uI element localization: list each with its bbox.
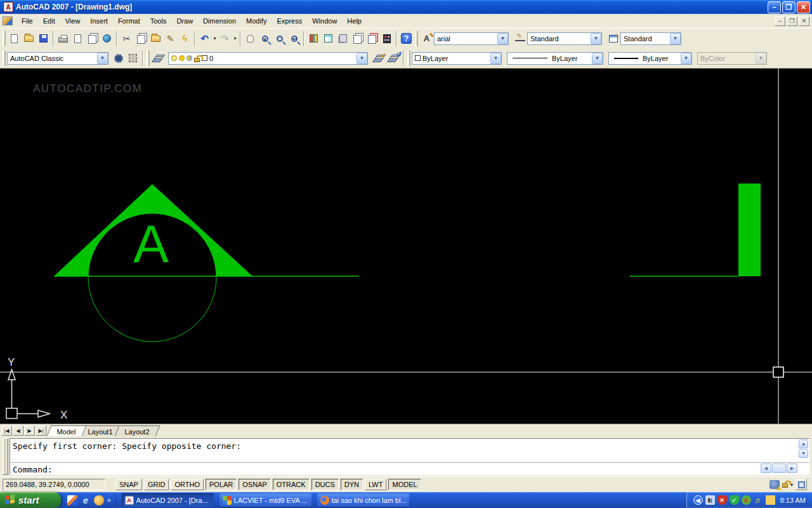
toggle-model[interactable]: MODEL bbox=[388, 479, 421, 490]
layer-viewport-freeze-icon[interactable] bbox=[187, 55, 192, 61]
command-window-drag-handle[interactable] bbox=[3, 438, 8, 475]
publish-button[interactable] bbox=[85, 32, 100, 46]
close-button[interactable]: ✕ bbox=[797, 1, 810, 13]
new-button[interactable] bbox=[7, 32, 22, 46]
zoom-window-button[interactable]: □ bbox=[272, 32, 287, 46]
combo-arrow-icon[interactable]: ▼ bbox=[97, 53, 108, 64]
tab-next-button[interactable]: ▶ bbox=[24, 425, 35, 436]
zoom-realtime-button[interactable]: ± bbox=[258, 32, 272, 46]
plot-button[interactable] bbox=[56, 32, 70, 46]
communication-center-icon[interactable] bbox=[769, 480, 780, 489]
combo-arrow-icon[interactable]: ▼ bbox=[681, 53, 691, 64]
taskbar-item-browser[interactable]: tai sao khi chon lam bl... bbox=[317, 493, 409, 507]
toggle-polar[interactable]: POLAR bbox=[206, 479, 237, 490]
layer-combo[interactable]: 0 ▼ bbox=[168, 52, 368, 65]
scrollbar-thumb[interactable] bbox=[772, 464, 786, 473]
coordinate-readout[interactable]: 269.0488, 39.2749, 0.0000 bbox=[3, 479, 105, 490]
toolbar-grip[interactable] bbox=[415, 31, 418, 46]
lineweight-combo[interactable]: ByLayer ▼ bbox=[608, 52, 692, 65]
messenger-icon[interactable] bbox=[94, 495, 104, 505]
designcenter-button[interactable] bbox=[321, 32, 336, 46]
dim-style-button[interactable] bbox=[513, 32, 527, 46]
minimize-button[interactable]: – bbox=[768, 1, 781, 13]
layer-on-bulb-icon[interactable] bbox=[171, 55, 177, 61]
workspace-combo[interactable]: AutoCAD Classic ▼ bbox=[7, 52, 108, 65]
command-text-area[interactable]: Specify first corner: Specify opposite c… bbox=[10, 438, 809, 475]
antivirus-icon[interactable]: ⊘ bbox=[742, 495, 751, 505]
toggle-ortho[interactable]: ORTHO bbox=[171, 479, 204, 490]
toggle-grid[interactable]: GRID bbox=[144, 479, 169, 490]
menu-insert[interactable]: Insert bbox=[85, 15, 113, 27]
redo-button[interactable] bbox=[218, 32, 232, 46]
paste-button[interactable] bbox=[148, 32, 163, 46]
linetype-combo[interactable]: ByLayer ▼ bbox=[507, 52, 603, 65]
notes-tray-icon[interactable] bbox=[766, 495, 775, 505]
scroll-up-icon[interactable]: ▲ bbox=[799, 439, 808, 448]
menu-tools[interactable]: Tools bbox=[145, 15, 172, 27]
make-layer-current-button[interactable] bbox=[372, 51, 386, 65]
command-horizontal-scrollbar[interactable]: ◀ ▶ bbox=[761, 464, 797, 473]
menu-express[interactable]: Express bbox=[272, 15, 307, 27]
tab-last-button[interactable]: ▶| bbox=[36, 425, 46, 436]
combo-arrow-icon[interactable]: ▼ bbox=[592, 53, 603, 64]
combo-arrow-icon[interactable]: ▼ bbox=[357, 53, 367, 64]
cut-button[interactable] bbox=[119, 32, 134, 46]
3d-dwf-button[interactable] bbox=[100, 32, 114, 46]
start-button[interactable]: start bbox=[0, 492, 61, 508]
dim-style-combo[interactable]: Standard ▼ bbox=[527, 32, 602, 45]
menu-help[interactable]: Help bbox=[342, 15, 367, 27]
combo-arrow-icon[interactable]: ▼ bbox=[490, 53, 501, 64]
combo-arrow-icon[interactable]: ▼ bbox=[497, 33, 508, 44]
scroll-left-icon[interactable]: ◀ bbox=[761, 464, 771, 473]
toolbar-grip[interactable] bbox=[3, 31, 6, 46]
pan-button[interactable] bbox=[243, 32, 258, 46]
copy-button[interactable] bbox=[134, 32, 148, 46]
undo-dropdown[interactable]: ▾ bbox=[212, 32, 218, 46]
quick-launch-overflow-icon[interactable]: » bbox=[107, 497, 111, 504]
menu-edit[interactable]: Edit bbox=[38, 15, 60, 27]
match-properties-button[interactable] bbox=[163, 32, 178, 46]
plot-preview-button[interactable] bbox=[70, 32, 85, 46]
undo-button[interactable] bbox=[197, 32, 212, 46]
menu-file[interactable]: File bbox=[16, 15, 38, 27]
block-editor-button[interactable] bbox=[178, 32, 192, 46]
scroll-right-icon[interactable]: ▶ bbox=[787, 464, 797, 473]
hide-icons-chevron-icon[interactable]: ◀ bbox=[693, 495, 703, 505]
taskbar-item-autocad[interactable]: A AutoCAD 2007 - [Dra... bbox=[122, 493, 214, 507]
command-prompt-line[interactable]: Command: bbox=[10, 463, 809, 476]
scroll-down-icon[interactable]: ▼ bbox=[799, 449, 808, 458]
menu-modify[interactable]: Modify bbox=[241, 15, 272, 27]
toggle-otrack[interactable]: OTRACK bbox=[273, 479, 310, 490]
combo-arrow-icon[interactable]: ▼ bbox=[670, 33, 681, 44]
clean-screen-button[interactable] bbox=[796, 479, 807, 490]
color-combo[interactable]: ByLayer ▼ bbox=[412, 52, 502, 65]
volume-icon[interactable]: ♬ bbox=[754, 495, 763, 505]
network-status-icon[interactable]: ▮) bbox=[705, 495, 715, 505]
tab-model[interactable]: Model bbox=[47, 425, 87, 436]
mdi-close-button[interactable]: ✕ bbox=[799, 17, 809, 26]
toolbar-grip[interactable] bbox=[3, 51, 6, 66]
security-alert-icon[interactable]: ✕ bbox=[717, 495, 727, 505]
toggle-lwt[interactable]: LWT bbox=[365, 479, 386, 490]
toggle-ducs[interactable]: DUCS bbox=[311, 479, 339, 490]
menu-window[interactable]: Window bbox=[307, 15, 342, 27]
solid-rectangle-shape[interactable] bbox=[738, 184, 761, 276]
quick-launch-app-icon[interactable] bbox=[67, 495, 77, 505]
save-button[interactable] bbox=[36, 32, 51, 46]
restore-button[interactable]: ❐ bbox=[782, 1, 796, 13]
model-space-canvas[interactable]: AUTOCADTIP.COM A Y X bbox=[0, 69, 812, 424]
tool-palettes-button[interactable] bbox=[336, 32, 350, 46]
toggle-osnap[interactable]: OSNAP bbox=[239, 479, 271, 490]
zoom-previous-button[interactable]: ↩ bbox=[287, 32, 301, 46]
layer-previous-button[interactable] bbox=[386, 51, 401, 65]
toggle-snap[interactable]: SNAP bbox=[115, 479, 142, 490]
my-workspace-button[interactable] bbox=[126, 51, 140, 65]
taskbar-item-lacviet[interactable]: LACVIET - mtd9 EVA ... bbox=[219, 493, 311, 507]
table-style-button[interactable] bbox=[606, 32, 620, 46]
toolbar-grip[interactable] bbox=[407, 51, 410, 66]
open-button[interactable] bbox=[22, 32, 36, 46]
properties-palette-button[interactable] bbox=[306, 32, 321, 46]
text-style-button[interactable]: A bbox=[419, 32, 434, 46]
toolbar-lock-icon[interactable] bbox=[782, 483, 788, 488]
update-ok-icon[interactable]: ✓ bbox=[730, 495, 739, 505]
